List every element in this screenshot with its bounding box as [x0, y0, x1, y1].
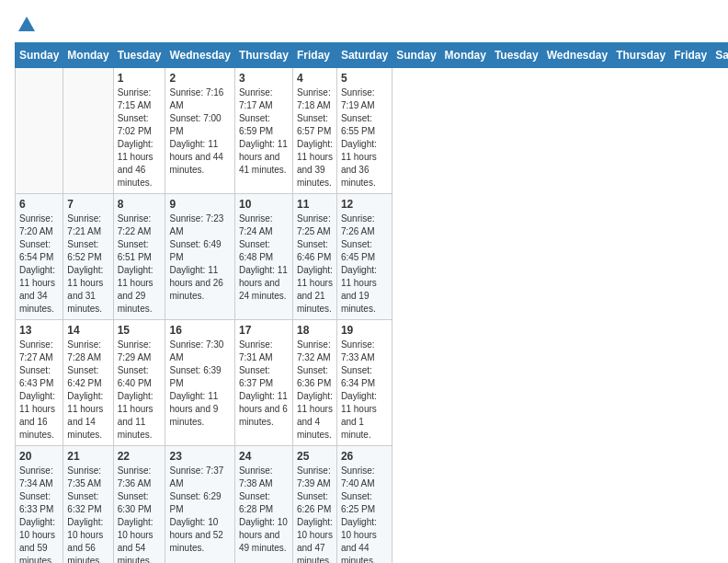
calendar-cell: 2Sunrise: 7:16 AMSunset: 7:00 PMDaylight…: [165, 68, 234, 194]
day-info: Sunrise: 7:29 AMSunset: 6:40 PMDaylight:…: [118, 339, 162, 442]
day-info: Sunrise: 7:16 AMSunset: 7:00 PMDaylight:…: [169, 86, 230, 177]
calendar-cell: 22Sunrise: 7:36 AMSunset: 6:30 PMDayligh…: [113, 446, 165, 564]
calendar-cell: 16Sunrise: 7:30 AMSunset: 6:39 PMDayligh…: [165, 320, 234, 446]
day-number: 2: [169, 72, 230, 85]
day-number: 24: [239, 450, 289, 463]
day-info: Sunrise: 7:21 AMSunset: 6:52 PMDaylight:…: [67, 213, 108, 316]
calendar-cell: 13Sunrise: 7:27 AMSunset: 6:43 PMDayligh…: [16, 320, 63, 446]
day-info: Sunrise: 7:36 AMSunset: 6:30 PMDaylight:…: [118, 465, 162, 563]
calendar-table: SundayMondayTuesdayWednesdayThursdayFrid…: [15, 42, 728, 563]
day-header-friday: Friday: [292, 43, 336, 68]
day-header-sunday: Sunday: [392, 43, 440, 68]
day-info: Sunrise: 7:22 AMSunset: 6:51 PMDaylight:…: [118, 213, 162, 316]
day-info: Sunrise: 7:40 AMSunset: 6:25 PMDaylight:…: [341, 465, 388, 563]
day-info: Sunrise: 7:38 AMSunset: 6:28 PMDaylight:…: [239, 465, 289, 555]
day-header-tuesday: Tuesday: [490, 43, 542, 68]
day-info: Sunrise: 7:31 AMSunset: 6:37 PMDaylight:…: [239, 339, 289, 429]
day-header-thursday: Thursday: [234, 43, 292, 68]
day-number: 19: [341, 324, 388, 337]
day-info: Sunrise: 7:34 AMSunset: 6:33 PMDaylight:…: [19, 465, 59, 563]
day-header-tuesday: Tuesday: [113, 43, 165, 68]
calendar-cell: 6Sunrise: 7:20 AMSunset: 6:54 PMDaylight…: [16, 194, 63, 320]
day-number: 12: [341, 198, 388, 211]
calendar-week-2: 6Sunrise: 7:20 AMSunset: 6:54 PMDaylight…: [16, 194, 729, 320]
day-header-friday: Friday: [670, 43, 711, 68]
header-row: SundayMondayTuesdayWednesdayThursdayFrid…: [16, 43, 729, 68]
calendar-cell: 10Sunrise: 7:24 AMSunset: 6:48 PMDayligh…: [234, 194, 292, 320]
day-number: 17: [239, 324, 289, 337]
calendar-cell: 25Sunrise: 7:39 AMSunset: 6:26 PMDayligh…: [292, 446, 336, 564]
calendar-cell: 8Sunrise: 7:22 AMSunset: 6:51 PMDaylight…: [113, 194, 165, 320]
calendar-cell: 9Sunrise: 7:23 AMSunset: 6:49 PMDaylight…: [165, 194, 234, 320]
day-number: 22: [118, 450, 162, 463]
calendar-cell: 3Sunrise: 7:17 AMSunset: 6:59 PMDaylight…: [234, 68, 292, 194]
day-number: 13: [19, 324, 59, 337]
calendar-week-4: 20Sunrise: 7:34 AMSunset: 6:33 PMDayligh…: [16, 446, 729, 564]
day-info: Sunrise: 7:23 AMSunset: 6:49 PMDaylight:…: [169, 213, 230, 303]
day-header-saturday: Saturday: [711, 43, 728, 68]
calendar-cell: [16, 68, 63, 194]
calendar-cell: 17Sunrise: 7:31 AMSunset: 6:37 PMDayligh…: [234, 320, 292, 446]
calendar-cell: 5Sunrise: 7:19 AMSunset: 6:55 PMDaylight…: [336, 68, 392, 194]
day-number: 16: [169, 324, 230, 337]
svg-marker-0: [18, 17, 35, 31]
day-header-wednesday: Wednesday: [165, 43, 234, 68]
day-info: Sunrise: 7:37 AMSunset: 6:29 PMDaylight:…: [169, 465, 230, 555]
calendar-cell: 19Sunrise: 7:33 AMSunset: 6:34 PMDayligh…: [336, 320, 392, 446]
day-info: Sunrise: 7:27 AMSunset: 6:43 PMDaylight:…: [19, 339, 59, 442]
day-number: 23: [169, 450, 230, 463]
day-header-monday: Monday: [63, 43, 113, 68]
day-header-thursday: Thursday: [612, 43, 670, 68]
calendar-cell: 18Sunrise: 7:32 AMSunset: 6:36 PMDayligh…: [292, 320, 336, 446]
calendar-cell: 23Sunrise: 7:37 AMSunset: 6:29 PMDayligh…: [165, 446, 234, 564]
calendar-body: 1Sunrise: 7:15 AMSunset: 7:02 PMDaylight…: [16, 68, 729, 564]
day-info: Sunrise: 7:26 AMSunset: 6:45 PMDaylight:…: [341, 213, 388, 316]
calendar-cell: 24Sunrise: 7:38 AMSunset: 6:28 PMDayligh…: [234, 446, 292, 564]
day-number: 9: [169, 198, 230, 211]
day-number: 15: [118, 324, 162, 337]
calendar-cell: 1Sunrise: 7:15 AMSunset: 7:02 PMDaylight…: [113, 68, 165, 194]
day-number: 1: [118, 72, 162, 85]
calendar-cell: [63, 68, 113, 194]
calendar-cell: 21Sunrise: 7:35 AMSunset: 6:32 PMDayligh…: [63, 446, 113, 564]
day-info: Sunrise: 7:15 AMSunset: 7:02 PMDaylight:…: [118, 86, 162, 190]
day-info: Sunrise: 7:35 AMSunset: 6:32 PMDaylight:…: [67, 465, 108, 563]
calendar-cell: 11Sunrise: 7:25 AMSunset: 6:46 PMDayligh…: [292, 194, 336, 320]
day-number: 20: [19, 450, 59, 463]
calendar-cell: 12Sunrise: 7:26 AMSunset: 6:45 PMDayligh…: [336, 194, 392, 320]
day-info: Sunrise: 7:32 AMSunset: 6:36 PMDaylight:…: [297, 339, 333, 442]
day-info: Sunrise: 7:20 AMSunset: 6:54 PMDaylight:…: [19, 213, 59, 316]
day-info: Sunrise: 7:25 AMSunset: 6:46 PMDaylight:…: [297, 213, 333, 316]
day-number: 8: [118, 198, 162, 211]
day-number: 25: [297, 450, 333, 463]
day-info: Sunrise: 7:24 AMSunset: 6:48 PMDaylight:…: [239, 213, 289, 303]
day-header-saturday: Saturday: [336, 43, 392, 68]
day-info: Sunrise: 7:28 AMSunset: 6:42 PMDaylight:…: [67, 339, 108, 442]
day-info: Sunrise: 7:18 AMSunset: 6:57 PMDaylight:…: [297, 86, 333, 190]
day-info: Sunrise: 7:39 AMSunset: 6:26 PMDaylight:…: [297, 465, 333, 563]
day-number: 10: [239, 198, 289, 211]
calendar-header: SundayMondayTuesdayWednesdayThursdayFrid…: [16, 43, 729, 68]
day-number: 14: [67, 324, 108, 337]
day-info: Sunrise: 7:33 AMSunset: 6:34 PMDaylight:…: [341, 339, 388, 442]
calendar-week-3: 13Sunrise: 7:27 AMSunset: 6:43 PMDayligh…: [16, 320, 729, 446]
day-header-monday: Monday: [440, 43, 490, 68]
calendar-cell: 4Sunrise: 7:18 AMSunset: 6:57 PMDaylight…: [292, 68, 336, 194]
day-number: 26: [341, 450, 388, 463]
day-number: 3: [239, 72, 289, 85]
logo: [15, 15, 37, 31]
day-info: Sunrise: 7:19 AMSunset: 6:55 PMDaylight:…: [341, 86, 388, 190]
logo-icon: [17, 15, 37, 35]
day-number: 11: [297, 198, 333, 211]
calendar-cell: 7Sunrise: 7:21 AMSunset: 6:52 PMDaylight…: [63, 194, 113, 320]
day-header-wednesday: Wednesday: [542, 43, 611, 68]
day-number: 5: [341, 72, 388, 85]
day-number: 7: [67, 198, 108, 211]
day-number: 21: [67, 450, 108, 463]
calendar-cell: 15Sunrise: 7:29 AMSunset: 6:40 PMDayligh…: [113, 320, 165, 446]
day-info: Sunrise: 7:30 AMSunset: 6:39 PMDaylight:…: [169, 339, 230, 429]
day-header-sunday: Sunday: [16, 43, 63, 68]
day-number: 4: [297, 72, 333, 85]
calendar-cell: 26Sunrise: 7:40 AMSunset: 6:25 PMDayligh…: [336, 446, 392, 564]
day-number: 6: [19, 198, 59, 211]
